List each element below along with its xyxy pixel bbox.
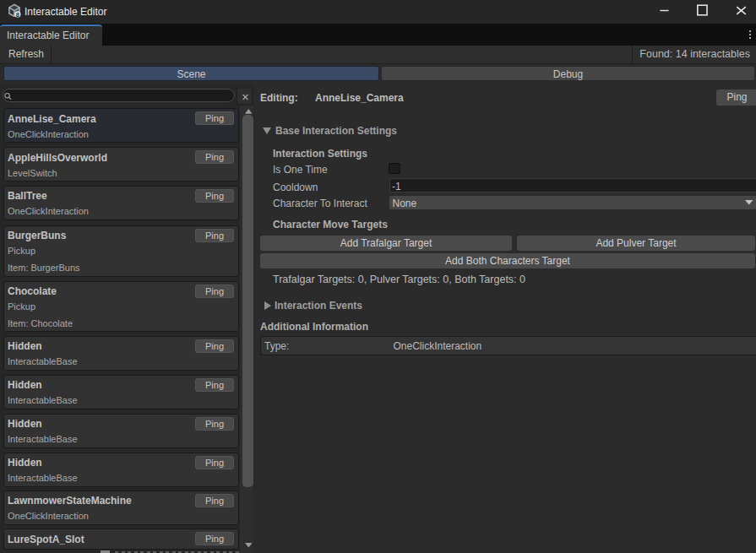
svg-text:8: 8 (16, 11, 19, 18)
